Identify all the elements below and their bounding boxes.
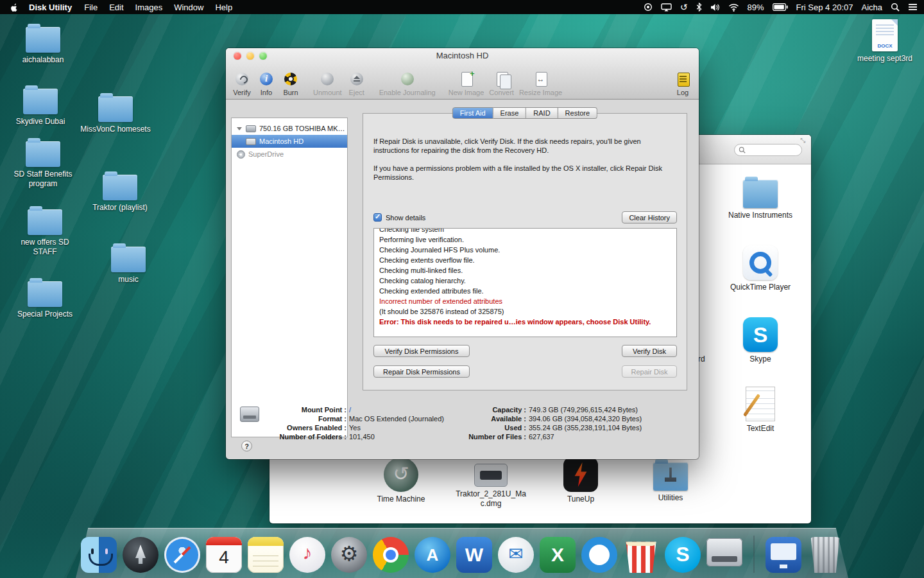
finder-item-utilities[interactable]: Utilities [629, 457, 712, 503]
safari-icon[interactable] [164, 537, 200, 573]
finder-item-skype[interactable]: S Skype [719, 317, 802, 364]
menu-help[interactable]: Help [215, 3, 232, 12]
desktop-icon-traktor-playlist[interactable]: Traktor (playlist) [84, 171, 156, 213]
log-line: Checking multi-linked files. [379, 265, 671, 276]
screen-recording-icon[interactable] [644, 3, 653, 12]
volume-icon[interactable] [710, 3, 720, 12]
battery-icon[interactable] [773, 3, 788, 11]
finder-icon[interactable] [81, 537, 117, 573]
optical-disc-icon [237, 150, 245, 159]
menu-images[interactable]: Images [135, 3, 163, 12]
toolbar-label: Resize Image [519, 89, 562, 96]
folder-icon [23, 89, 58, 114]
menu-edit[interactable]: Edit [109, 3, 123, 12]
utilities-folder-icon [653, 462, 688, 491]
menu-bar-clock[interactable]: Fri Sep 4 20:07 [796, 3, 853, 12]
itunes-icon[interactable] [289, 537, 325, 573]
tab-raid[interactable]: RAID [526, 107, 558, 119]
verify-disk-button[interactable]: Verify Disk [622, 345, 677, 357]
toolbar-label: Convert [489, 89, 514, 96]
desktop-icon-meeting-sept3rd[interactable]: DOCX meeting sept3rd [849, 19, 921, 64]
show-details-label: Show details [386, 214, 425, 222]
toolbar-convert-button[interactable]: Convert [489, 71, 514, 98]
finder-search-field[interactable] [734, 144, 802, 156]
word-icon[interactable]: W [456, 537, 492, 573]
toolbar-enable-journaling-button[interactable]: Enable Journaling [379, 71, 436, 98]
sidebar-item-toshiba-disk[interactable]: 750.16 GB TOSHIBA MK… [232, 122, 347, 135]
launchpad-icon[interactable] [123, 537, 158, 573]
user-menu[interactable]: Aicha [861, 3, 882, 12]
excel-icon[interactable]: X [540, 537, 576, 573]
app-store-icon[interactable] [415, 537, 450, 573]
verification-log[interactable]: Checking file system Performing live ver… [373, 228, 677, 337]
finder-item-native-instruments[interactable]: Native Instruments [719, 175, 802, 220]
toolbar-unmount-button[interactable]: Unmount [313, 71, 342, 98]
wifi-icon[interactable] [728, 3, 739, 12]
menu-window[interactable]: Window [174, 3, 203, 12]
time-machine-icon[interactable]: ↺ [680, 2, 688, 12]
desktop-icon-aichalabban[interactable]: aichalabban [7, 23, 79, 65]
popcorn-time-icon[interactable] [623, 537, 659, 573]
chrome-icon[interactable] [373, 537, 409, 573]
finder-item-traktor-dmg[interactable]: Traktor_2_281U_Mac.dmg [449, 457, 533, 509]
toolbar-resize-image-button[interactable]: Resize Image [519, 71, 562, 98]
toolbar-new-image-button[interactable]: New Image [449, 71, 484, 98]
menu-file[interactable]: File [84, 3, 98, 12]
info-value: 749.3 GB (749,296,615,424 Bytes) [529, 405, 638, 414]
toolbar-eject-button[interactable]: Eject [347, 71, 366, 98]
clear-history-button[interactable]: Clear History [622, 211, 677, 223]
finder-item-textedit[interactable]: TextEdit [719, 387, 802, 434]
external-drive-icon[interactable] [706, 538, 742, 566]
trash-icon[interactable] [807, 537, 843, 573]
mail-icon[interactable] [498, 537, 534, 573]
fullscreen-icon[interactable]: ⤡ [800, 137, 805, 144]
disclosure-triangle-icon[interactable] [237, 127, 242, 130]
repair-disk-button: Repair Disk [622, 365, 677, 378]
toolbar-verify-button[interactable]: Verify [232, 71, 252, 98]
docx-badge: DOCX [872, 43, 898, 49]
bluetooth-icon[interactable] [696, 3, 702, 12]
display-app-icon[interactable] [766, 537, 801, 573]
spotlight-search-icon[interactable] [891, 3, 900, 12]
finder-item-time-machine[interactable]: ↺ Time Machine [359, 457, 443, 504]
info-value: 627,637 [529, 432, 554, 441]
desktop-icon-new-offers-sd-staff[interactable]: new offers SD STAFF [9, 206, 81, 257]
skype-icon: S [743, 317, 778, 352]
help-button[interactable]: ? [241, 441, 252, 451]
verify-disk-permissions-button[interactable]: Verify Disk Permissions [373, 345, 470, 357]
desktop-icon-special-projects[interactable]: Special Projects [9, 277, 81, 319]
toolbar: Verify Info Burn Unmount Eject Enable Jo… [232, 62, 692, 98]
tab-restore[interactable]: Restore [558, 107, 598, 119]
desktop-icon-label: Special Projects [9, 310, 81, 319]
desktop-icon-missvonc-homesets[interactable]: MissVonC homesets [80, 92, 151, 134]
sidebar-item-superdrive[interactable]: SuperDrive [232, 148, 347, 161]
calendar-icon[interactable]: 4 [206, 537, 242, 573]
verify-icon [232, 71, 252, 88]
tab-first-aid[interactable]: First Aid [452, 107, 493, 119]
skype-dock-icon[interactable]: S [665, 537, 701, 573]
toolbar-info-button[interactable]: Info [257, 71, 276, 98]
first-aid-instructions-2: If you have a permissions problem with a… [373, 164, 678, 182]
system-preferences-icon[interactable] [331, 537, 367, 573]
desktop-icon-skydive-dubai[interactable]: Skydive Dubai [4, 85, 76, 127]
blue-ring-app-icon[interactable] [581, 537, 617, 573]
repair-disk-permissions-button[interactable]: Repair Disk Permissions [373, 365, 470, 378]
info-value: 394.06 GB (394,058,424,320 Bytes) [529, 414, 642, 423]
sidebar-item-macintosh-hd[interactable]: Macintosh HD [232, 135, 347, 148]
finder-item-tuneup[interactable]: TuneUp [539, 457, 622, 504]
tab-erase[interactable]: Erase [493, 107, 527, 119]
apple-menu[interactable] [10, 2, 19, 12]
notes-icon[interactable] [248, 537, 284, 573]
device-sidebar: 750.16 GB TOSHIBA MK… Macintosh HD Super… [231, 118, 348, 437]
notification-center-icon[interactable] [908, 3, 918, 11]
quicktime-icon [743, 245, 778, 280]
desktop-icon-music[interactable]: music [92, 243, 164, 285]
finder-item-quicktime-player[interactable]: QuickTime Player [719, 245, 802, 292]
show-details-checkbox[interactable] [373, 213, 382, 222]
mount-point-value[interactable]: / [349, 405, 351, 414]
toolbar-log-button[interactable]: Log [673, 71, 692, 98]
menu-app-name[interactable]: Disk Utility [29, 3, 72, 12]
desktop-icon-sd-staff-benefits[interactable]: SD Staff Benefits program [7, 137, 79, 189]
airplay-display-icon[interactable] [661, 3, 672, 12]
toolbar-burn-button[interactable]: Burn [281, 71, 300, 98]
